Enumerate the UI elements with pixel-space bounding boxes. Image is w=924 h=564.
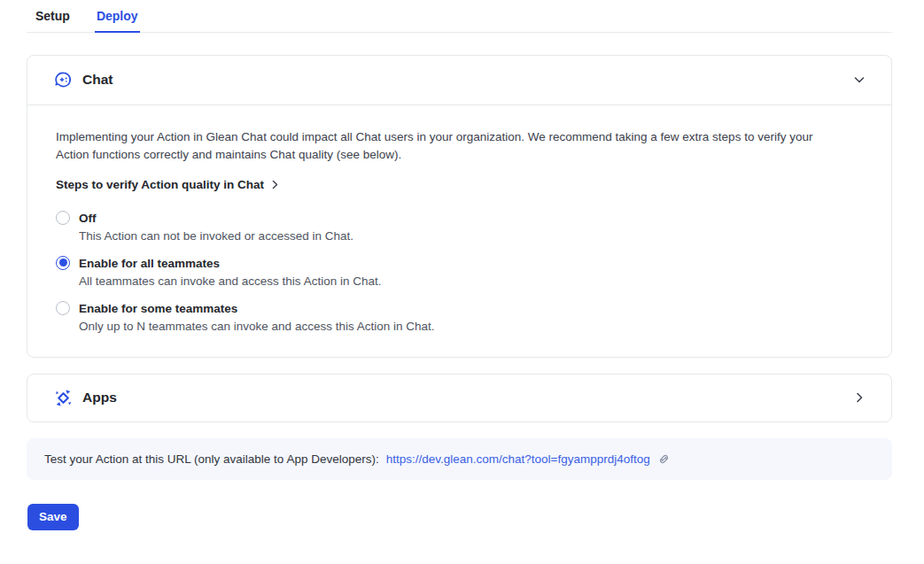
radio-option-off[interactable]: Off This Action can not be invoked or ac…	[56, 210, 856, 245]
chat-section-card: Chat Implementing your Action in Glean C…	[27, 55, 892, 358]
chat-section-header[interactable]: Chat	[27, 56, 891, 105]
chat-section-title: Chat	[82, 72, 842, 88]
apps-section-header[interactable]: Apps	[27, 375, 891, 421]
link-icon[interactable]	[657, 452, 671, 466]
steps-to-verify-link[interactable]: Steps to verify Action quality in Chat	[56, 178, 281, 191]
radio-option-enable-some[interactable]: Enable for some teammates Only up to N t…	[56, 300, 856, 336]
apps-sparkle-icon	[54, 389, 73, 407]
radio-button[interactable]	[56, 211, 70, 225]
chevron-right-icon[interactable]	[852, 390, 866, 405]
chat-access-radio-group: Off This Action can not be invoked or ac…	[56, 210, 856, 336]
radio-label: Enable for all teammates	[79, 255, 381, 272]
tab-bar: Setup Deploy	[27, 5, 892, 33]
radio-description: All teammates can invoke and access this…	[79, 273, 381, 290]
tab-setup[interactable]: Setup	[34, 5, 72, 33]
chat-section-body: Implementing your Action in Glean Chat c…	[27, 105, 891, 357]
radio-label: Off	[79, 210, 353, 227]
radio-button[interactable]	[56, 256, 70, 270]
radio-option-enable-all[interactable]: Enable for all teammates All teammates c…	[56, 255, 856, 290]
apps-section-title: Apps	[82, 390, 842, 406]
deploy-page: Setup Deploy Chat Implementing your Act	[0, 5, 924, 530]
test-url-banner: Test your Action at this URL (only avail…	[27, 438, 892, 480]
chat-sparkle-icon	[54, 71, 73, 89]
radio-button[interactable]	[56, 301, 70, 315]
chevron-down-icon[interactable]	[852, 73, 866, 87]
steps-to-verify-label: Steps to verify Action quality in Chat	[56, 178, 264, 191]
radio-label: Enable for some teammates	[79, 300, 434, 317]
tab-deploy[interactable]: Deploy	[95, 5, 140, 33]
radio-description: Only up to N teammates can invoke and ac…	[79, 318, 434, 336]
save-button[interactable]: Save	[27, 504, 79, 531]
test-url-link[interactable]: https://dev.glean.com/chat?tool=fgyamppr…	[386, 452, 650, 466]
chevron-right-icon	[269, 179, 281, 190]
apps-section-card: Apps	[27, 374, 892, 422]
test-url-label: Test your Action at this URL (only avail…	[44, 452, 379, 466]
radio-description: This Action can not be invoked or access…	[79, 228, 353, 245]
chat-impact-description: Implementing your Action in Glean Chat c…	[56, 128, 835, 164]
